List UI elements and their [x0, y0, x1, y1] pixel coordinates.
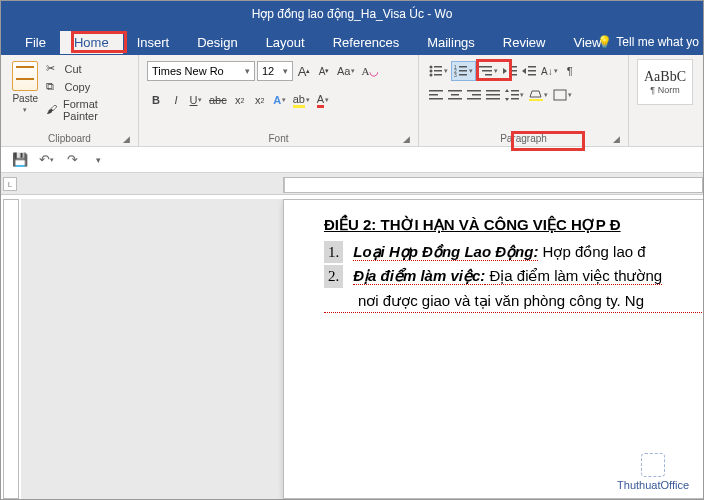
group-styles: AaBbC ¶ Norm — [629, 55, 703, 146]
list-rest: Địa điểm làm việc thường — [485, 267, 662, 285]
svg-rect-36 — [529, 99, 543, 101]
ruler-area: L — [1, 173, 703, 195]
align-left-icon — [429, 89, 443, 101]
align-left-button[interactable] — [427, 85, 445, 105]
align-right-button[interactable] — [465, 85, 483, 105]
format-painter-button[interactable]: 🖌Format Painter — [44, 97, 130, 123]
numbering-icon: 123 — [454, 65, 468, 77]
style-normal[interactable]: AaBbC ¶ Norm — [637, 59, 693, 105]
svg-rect-3 — [434, 70, 442, 72]
font-group-label: Font◢ — [147, 131, 410, 146]
decrease-indent-button[interactable] — [501, 61, 519, 81]
superscript-button[interactable]: x2 — [251, 90, 269, 110]
tab-insert[interactable]: Insert — [123, 31, 184, 54]
copy-button[interactable]: ⧉Copy — [44, 79, 130, 95]
save-button[interactable]: 💾 — [9, 149, 31, 171]
sort-button[interactable]: A↓ — [539, 61, 560, 81]
grow-font-button[interactable]: A▴ — [295, 61, 313, 81]
svg-point-0 — [430, 66, 433, 69]
qat-customize[interactable]: ▾ — [87, 149, 109, 171]
redo-button[interactable]: ↷ — [61, 149, 83, 171]
svg-rect-30 — [486, 90, 500, 92]
watermark-text: ThuthuatOffice — [617, 479, 689, 491]
cut-label: Cut — [64, 63, 81, 75]
list-lead: Địa điểm làm việc: — [353, 267, 485, 285]
svg-point-4 — [430, 74, 433, 77]
numbering-button[interactable]: 123 — [451, 61, 476, 81]
shrink-font-button[interactable]: A▾ — [315, 61, 333, 81]
svg-rect-19 — [528, 70, 536, 72]
paste-button[interactable]: Paste ▾ — [9, 61, 41, 114]
svg-text:3: 3 — [454, 72, 457, 77]
justify-button[interactable] — [484, 85, 502, 105]
font-dialog-launcher[interactable]: ◢ — [403, 134, 410, 144]
svg-rect-14 — [485, 74, 492, 76]
clipboard-dialog-launcher[interactable]: ◢ — [123, 134, 130, 144]
strikethrough-button[interactable]: abc — [207, 90, 229, 110]
paste-icon — [12, 61, 38, 91]
scissors-icon: ✂ — [46, 62, 60, 76]
list-item: 2. Địa điểm làm việc: Địa điểm làm việc … — [324, 265, 703, 288]
tab-design[interactable]: Design — [183, 31, 251, 54]
quick-access-toolbar: 💾 ↶▾ ↷ ▾ — [1, 147, 703, 173]
borders-icon — [553, 89, 567, 101]
show-marks-button[interactable]: ¶ — [561, 61, 579, 81]
svg-rect-29 — [467, 98, 481, 100]
style-name: ¶ Norm — [650, 85, 679, 95]
title-bar: Hợp đồng lao động_Ha_Visa Úc - Wo — [1, 1, 703, 29]
tab-layout[interactable]: Layout — [252, 31, 319, 54]
subscript-button[interactable]: x2 — [231, 90, 249, 110]
bucket-icon — [529, 89, 543, 101]
tell-me[interactable]: 💡 Tell me what yo — [597, 35, 699, 49]
vertical-ruler[interactable] — [3, 199, 19, 499]
format-painter-label: Format Painter — [63, 98, 128, 122]
align-center-button[interactable] — [446, 85, 464, 105]
tab-home[interactable]: Home — [60, 31, 123, 54]
redo-icon: ↷ — [67, 152, 78, 167]
paste-label: Paste — [12, 93, 38, 104]
undo-button[interactable]: ↶▾ — [35, 149, 57, 171]
line-spacing-button[interactable] — [503, 85, 526, 105]
svg-rect-25 — [451, 94, 459, 96]
shading-button[interactable] — [527, 85, 550, 105]
multilevel-list-button[interactable] — [477, 61, 500, 81]
text-effects-button[interactable]: A — [271, 90, 289, 110]
font-size-select[interactable]: 12 — [257, 61, 293, 81]
tab-mailings[interactable]: Mailings — [413, 31, 489, 54]
paragraph-group-label: Paragraph◢ — [427, 131, 620, 146]
underline-button[interactable]: U — [187, 90, 205, 110]
bold-button[interactable]: B — [147, 90, 165, 110]
paragraph-dialog-launcher[interactable]: ◢ — [613, 134, 620, 144]
menu-bar: File Home Insert Design Layout Reference… — [1, 29, 703, 55]
undo-icon: ↶ — [39, 152, 50, 167]
svg-rect-20 — [528, 74, 536, 76]
chevron-down-icon: ▾ — [96, 155, 101, 165]
italic-button[interactable]: I — [167, 90, 185, 110]
group-font: Times New Ro 12 A▴ A▾ Aa A◡ B I U abc x2… — [139, 55, 419, 146]
save-icon: 💾 — [12, 152, 28, 167]
svg-rect-17 — [509, 74, 517, 76]
svg-rect-13 — [482, 70, 492, 72]
clipboard-group-label: Clipboard◢ — [9, 131, 130, 146]
brush-icon: 🖌 — [46, 103, 59, 117]
clear-formatting-button[interactable]: A◡ — [359, 61, 381, 81]
borders-button[interactable] — [551, 85, 574, 105]
font-name-select[interactable]: Times New Ro — [147, 61, 255, 81]
font-color-button[interactable]: A — [314, 90, 332, 110]
ruler-corner[interactable]: L — [3, 177, 17, 191]
svg-rect-32 — [486, 98, 500, 100]
list-item: 1. Loại Hợp Đồng Lao Động: Hợp đồng lao … — [324, 241, 703, 264]
horizontal-ruler[interactable] — [283, 177, 703, 193]
change-case-button[interactable]: Aa — [335, 61, 357, 81]
tab-file[interactable]: File — [11, 31, 60, 54]
svg-rect-11 — [459, 74, 467, 76]
tab-references[interactable]: References — [319, 31, 413, 54]
highlight-button[interactable]: ab — [291, 90, 312, 110]
bullets-button[interactable] — [427, 61, 450, 81]
increase-indent-button[interactable] — [520, 61, 538, 81]
tab-review[interactable]: Review — [489, 31, 560, 54]
list-number: 2. — [324, 265, 343, 288]
indent-icon — [522, 65, 536, 77]
cut-button[interactable]: ✂Cut — [44, 61, 130, 77]
svg-rect-7 — [459, 66, 467, 68]
